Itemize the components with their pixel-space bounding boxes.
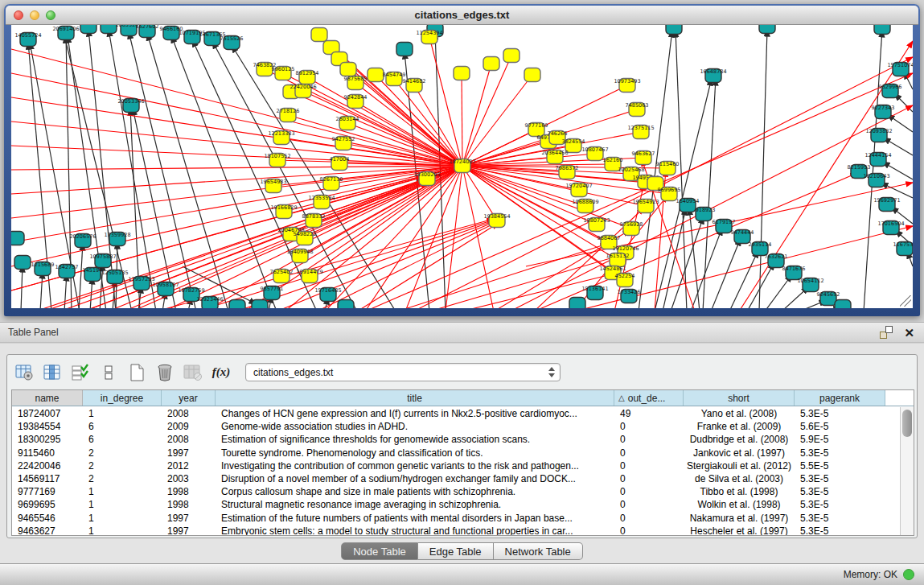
cell-pagerank[interactable]: 5.3E-5 bbox=[795, 408, 885, 419]
network-node[interactable]: 1167533 bbox=[893, 241, 913, 256]
table-row[interactable]: 1830029562008Estimation of significance … bbox=[12, 433, 900, 446]
network-node[interactable]: 12093832 bbox=[865, 128, 892, 142]
network-node[interactable]: 1342757 bbox=[55, 264, 79, 278]
cell-name[interactable]: 22420046 bbox=[12, 460, 83, 472]
network-node[interactable]: 8313074 bbox=[663, 25, 686, 35]
network-graph[interactable]: 1872400714055724206914061065328715276029… bbox=[11, 25, 913, 308]
network-node[interactable]: 9329966 bbox=[879, 84, 902, 98]
delete-icon[interactable] bbox=[154, 361, 176, 384]
network-node[interactable]: 12923446 bbox=[196, 296, 223, 308]
cell-short[interactable]: Tibbo et al. (1998) bbox=[684, 486, 795, 497]
table-row[interactable]: 946554611997Estimation of the future num… bbox=[12, 512, 900, 525]
network-node[interactable]: 2718126 bbox=[277, 108, 300, 122]
network-node[interactable]: 9875685 bbox=[344, 76, 368, 90]
network-canvas[interactable]: 1872400714055724206914061065328715276029… bbox=[11, 25, 913, 308]
cell-pagerank[interactable]: 5.3E-5 bbox=[795, 473, 885, 484]
cell-title[interactable]: Changes of HCN gene expression and I(f) … bbox=[216, 408, 614, 419]
network-node[interactable]: 20206576 bbox=[69, 233, 96, 248]
network-node[interactable] bbox=[454, 67, 470, 80]
cell-short[interactable]: Hescheler et al. (1997) bbox=[684, 525, 795, 536]
network-node[interactable]: 1733426 bbox=[618, 289, 641, 303]
column-header-year[interactable]: year bbox=[162, 390, 216, 406]
column-header-out_de[interactable]: △out_de... bbox=[614, 390, 684, 406]
cell-in_degree[interactable]: 1 bbox=[83, 486, 162, 497]
cell-name[interactable]: 9115460 bbox=[12, 447, 83, 459]
network-node[interactable]: 7625402 bbox=[270, 269, 294, 283]
column-header-name[interactable]: name bbox=[12, 390, 83, 406]
network-node[interactable]: 17016504 bbox=[877, 220, 904, 235]
network-node[interactable]: 14055724 bbox=[14, 32, 41, 47]
network-node[interactable]: 1640954 bbox=[676, 198, 700, 212]
cell-short[interactable]: de Silva et al. (2003) bbox=[684, 473, 795, 484]
table-row[interactable]: 1456911722003Disruption of a novel membe… bbox=[12, 472, 900, 485]
network-node[interactable]: 10975887 bbox=[89, 253, 116, 268]
cell-name[interactable]: 19384554 bbox=[12, 421, 83, 432]
cell-title[interactable]: Tourette syndrome. Phenomenology and cla… bbox=[216, 447, 614, 459]
table-settings-icon[interactable] bbox=[13, 361, 35, 384]
network-node[interactable] bbox=[11, 232, 24, 245]
cell-year[interactable]: 1998 bbox=[162, 499, 216, 510]
cell-in_degree[interactable]: 2 bbox=[83, 447, 162, 459]
cell-title[interactable]: Embryonic stem cells: a model to study s… bbox=[216, 525, 614, 536]
network-node[interactable] bbox=[311, 28, 327, 42]
cell-title[interactable]: Estimation of the future numbers of pati… bbox=[216, 513, 614, 524]
table-row[interactable]: 969969511998Structural magnetic resonanc… bbox=[12, 498, 900, 511]
close-panel-icon[interactable]: ✕ bbox=[904, 327, 914, 339]
network-node[interactable] bbox=[338, 300, 354, 309]
cell-out_de[interactable]: 0 bbox=[614, 473, 684, 484]
network-node[interactable]: 7515526 bbox=[220, 35, 244, 50]
network-node[interactable]: 1527602 bbox=[136, 25, 159, 38]
network-node[interactable]: 12375115 bbox=[627, 125, 654, 139]
cell-pagerank[interactable]: 5.3E-5 bbox=[795, 513, 885, 524]
zoom-window-button[interactable] bbox=[46, 10, 55, 20]
network-node[interactable]: 17359928 bbox=[104, 232, 130, 246]
cell-title[interactable]: Disruption of a novel member of a sodium… bbox=[216, 473, 614, 484]
cell-out_de[interactable]: 0 bbox=[614, 525, 684, 536]
network-node[interactable] bbox=[569, 298, 585, 309]
network-node[interactable]: 9227343 bbox=[872, 105, 895, 119]
network-node[interactable]: 9960125 bbox=[272, 66, 295, 80]
cell-year[interactable]: 2003 bbox=[162, 473, 216, 484]
cell-in_degree[interactable]: 6 bbox=[83, 421, 162, 432]
cell-pagerank[interactable]: 5.3E-5 bbox=[795, 486, 885, 497]
rows-icon[interactable] bbox=[97, 361, 120, 384]
cell-pagerank[interactable]: 5.5E-5 bbox=[795, 460, 885, 472]
cell-pagerank[interactable]: 5.3E-5 bbox=[795, 525, 885, 536]
network-node[interactable]: 18807243 bbox=[583, 217, 610, 232]
cell-in_degree[interactable]: 1 bbox=[83, 499, 162, 510]
network-node[interactable]: 8912954 bbox=[296, 70, 319, 84]
network-node[interactable]: 1215689 bbox=[31, 262, 55, 276]
cell-pagerank[interactable]: 5.3E-5 bbox=[795, 447, 885, 459]
network-node[interactable]: 9427552 bbox=[332, 136, 355, 150]
tab-network-table[interactable]: Network Table bbox=[494, 542, 583, 560]
cell-year[interactable]: 2008 bbox=[162, 408, 216, 419]
table-row[interactable]: 1938455462009Genome-wide association stu… bbox=[12, 420, 900, 433]
network-node[interactable]: 16648784 bbox=[700, 68, 726, 83]
table-column-icon[interactable] bbox=[41, 361, 64, 384]
network-node[interactable] bbox=[368, 68, 384, 82]
network-node[interactable] bbox=[396, 43, 413, 56]
table-selector-dropdown[interactable]: citations_edges.txt bbox=[245, 363, 561, 381]
network-node[interactable] bbox=[252, 300, 268, 309]
cell-out_de[interactable]: 0 bbox=[614, 447, 684, 459]
network-node[interactable]: 10654112 bbox=[797, 278, 823, 292]
network-node[interactable] bbox=[14, 256, 31, 270]
cell-in_degree[interactable]: 1 bbox=[83, 408, 162, 419]
table-row[interactable]: 911546021997Tourette syndrome. Phenomeno… bbox=[12, 447, 900, 459]
network-window-titlebar[interactable]: citations_edges.txt bbox=[6, 6, 918, 25]
network-node[interactable]: 5498222 bbox=[294, 231, 317, 245]
network-node[interactable] bbox=[759, 25, 775, 34]
cell-pagerank[interactable]: 5.3E-5 bbox=[795, 499, 885, 510]
cell-title[interactable]: Investigating the contribution of common… bbox=[216, 460, 614, 472]
new-document-icon[interactable] bbox=[125, 361, 148, 384]
table-row[interactable]: 946362711997Embryonic stem cells: a mode… bbox=[12, 525, 900, 536]
network-node[interactable] bbox=[340, 63, 356, 76]
network-node[interactable]: 9756928 bbox=[620, 221, 643, 236]
column-header-title[interactable]: title bbox=[216, 390, 614, 406]
cell-title[interactable]: Corpus callosum shape and size in male p… bbox=[216, 486, 614, 497]
cell-short[interactable]: Stergiakouli et al. (2012) bbox=[684, 460, 795, 472]
network-node[interactable]: 19166829 bbox=[270, 204, 297, 219]
cell-year[interactable]: 2012 bbox=[162, 460, 216, 472]
network-node[interactable]: 9115460 bbox=[656, 161, 680, 175]
cell-short[interactable]: Nakamura et al. (1997) bbox=[684, 513, 795, 524]
